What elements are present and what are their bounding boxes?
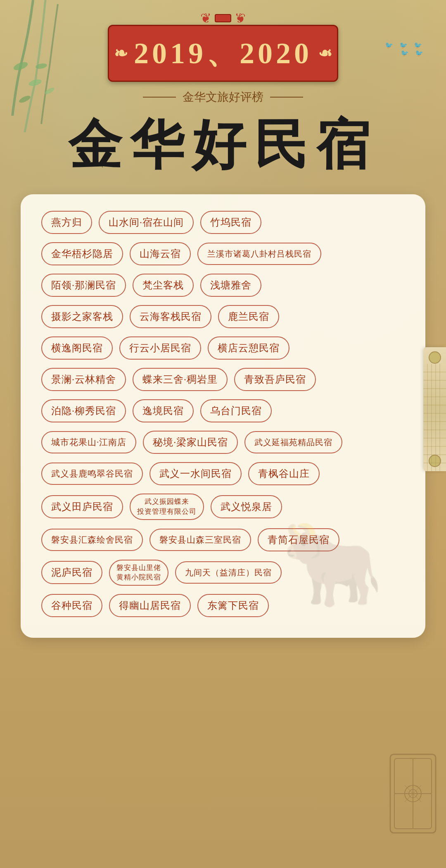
tag-shanhai: 山海云宿 xyxy=(130,242,191,265)
tags-row-1: 燕方归 山水间·宿在山间 竹坞民宿 xyxy=(41,211,405,234)
scroll-decoration xyxy=(423,347,446,471)
tags-row-10: 武义田庐民宿 武义振园蝶来投资管理有限公司 武义悦泉居 xyxy=(41,494,405,520)
subtitle: 金华文旅好评榜 xyxy=(0,89,446,105)
tag-qingjian: 青简石屋民宿 xyxy=(258,528,339,551)
tag-zhuwu: 竹坞民宿 xyxy=(200,211,261,234)
tag-tianlu: 武义田庐民宿 xyxy=(41,495,123,518)
main-title-text: 金华好民宿 xyxy=(68,114,378,175)
tag-jinglan: 景澜·云林精舍 xyxy=(41,368,126,391)
tag-wutaimen: 乌台门民宿 xyxy=(200,399,272,422)
tags-row-5: 横逸阁民宿 行云小居民宿 横店云憩民宿 xyxy=(41,336,405,360)
tags-row-12: 泥庐民宿 磐安县山里佬黄精小院民宿 九间天（益清庄）民宿 xyxy=(41,560,405,586)
tag-shansen: 磐安县山森三室民宿 xyxy=(149,529,251,551)
tag-wuyi-yishui: 武义一水间民宿 xyxy=(149,462,242,485)
tags-row-6: 景澜·云林精舍 蝶来三舍·稠岩里 青致吾庐民宿 xyxy=(41,368,405,391)
tag-xingyun: 行云小居民宿 xyxy=(119,336,201,360)
tag-luming: 武义县鹿鸣翠谷民宿 xyxy=(41,463,143,485)
tag-shanlilao: 磐安县山里佬黄精小院民宿 xyxy=(109,560,168,586)
tag-hengdian: 横店云憩民宿 xyxy=(208,336,289,360)
tags-row-11: 磐安县汇森绘舍民宿 磐安县山森三室民宿 青简石屋民宿 xyxy=(41,528,405,551)
tag-mijing: 秘境·梁家山民宿 xyxy=(143,431,238,454)
subtitle-text: 金华文旅好评榜 xyxy=(183,89,263,105)
tags-row-9: 武义县鹿鸣翠谷民宿 武义一水间民宿 青枫谷山庄 xyxy=(41,462,405,485)
tags-row-2: 金华梧杉隐居 山海云宿 兰溪市诸葛八卦村吕栈民宿 xyxy=(41,242,405,265)
tag-huisen: 磐安县汇森绘舍民宿 xyxy=(41,529,143,551)
tag-yunhai: 云海客栈民宿 xyxy=(130,305,211,328)
tags-row-8: 城市花果山·江南店 秘境·梁家山民宿 武义延福苑精品民宿 xyxy=(41,431,405,454)
tag-qingzhi: 青致吾庐民宿 xyxy=(234,368,316,391)
tag-yanfanggui: 燕方归 xyxy=(41,211,92,234)
tag-dongli: 东篱下民宿 xyxy=(197,594,269,617)
tag-wuyi-yanfu: 武义延福苑精品民宿 xyxy=(244,431,342,453)
tag-photography: 摄影之家客栈 xyxy=(41,305,123,328)
tag-huaguoshan: 城市花果山·江南店 xyxy=(41,431,136,453)
tags-row-7: 泊隐·柳秀民宿 逸境民宿 乌台门民宿 xyxy=(41,399,405,422)
tag-lanxi: 兰溪市诸葛八卦村吕栈民宿 xyxy=(197,243,321,265)
tag-qiantang: 浅塘雅舍 xyxy=(200,274,261,297)
main-title: 金华好民宿 xyxy=(0,109,446,182)
tag-yuequan: 武义悦泉居 xyxy=(211,495,282,518)
tag-qingfeng: 青枫谷山庄 xyxy=(248,462,320,485)
tag-guzhong: 谷种民宿 xyxy=(41,594,102,617)
main-card: 🐂 燕方归 山水间·宿在山间 竹坞民宿 金华梧杉隐居 山海云宿 兰溪市诸葛八卦村… xyxy=(21,194,425,638)
tags-row-4: 摄影之家客栈 云海客栈民宿 鹿兰民宿 xyxy=(41,305,405,328)
tag-diesan: 蝶来三舍·稠岩里 xyxy=(133,368,228,391)
tags-row-3: 陌领·那澜民宿 梵尘客栈 浅塘雅舍 xyxy=(41,274,405,297)
tag-boyin: 泊隐·柳秀民宿 xyxy=(41,399,126,422)
tags-grid: 燕方归 山水间·宿在山间 竹坞民宿 金华梧杉隐居 山海云宿 兰溪市诸葛八卦村吕栈… xyxy=(41,211,405,617)
lattice-decoration xyxy=(388,752,438,835)
tag-yijing: 逸境民宿 xyxy=(133,399,194,422)
tags-row-13: 谷种民宿 得幽山居民宿 东篱下民宿 xyxy=(41,594,405,617)
tag-jiujiantian: 九间天（益清庄）民宿 xyxy=(175,561,282,584)
tag-fandust: 梵尘客栈 xyxy=(133,274,194,297)
year-text: 2019、2020 xyxy=(134,37,312,70)
tag-lulan: 鹿兰民宿 xyxy=(218,305,279,328)
tag-jinhua-wushan: 金华梧杉隐居 xyxy=(41,242,123,265)
tag-nilu: 泥庐民宿 xyxy=(41,561,102,584)
tag-deyou: 得幽山居民宿 xyxy=(109,594,191,617)
tag-zhenyuan: 武义振园蝶来投资管理有限公司 xyxy=(130,494,204,520)
tag-shanshui: 山水间·宿在山间 xyxy=(99,211,194,234)
page-header: ❦ ❦ 2019、2020 金华文旅好评榜 金华好民宿 xyxy=(0,0,446,182)
year-banner: 2019、2020 xyxy=(108,25,338,82)
tag-hengyi: 横逸阁民宿 xyxy=(41,336,113,360)
tag-moling: 陌领·那澜民宿 xyxy=(41,274,126,297)
